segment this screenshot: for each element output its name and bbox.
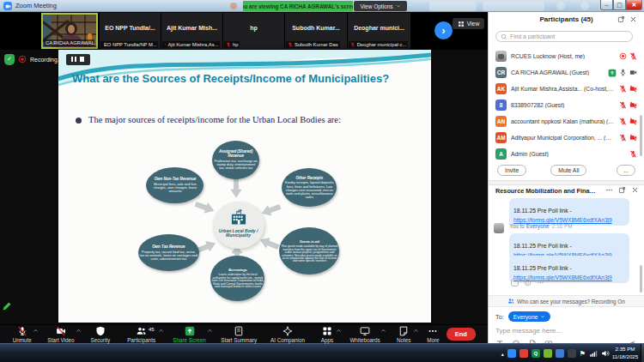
participants-button[interactable]: 45 Participants bbox=[118, 325, 165, 343]
chevron-up-icon[interactable] bbox=[380, 328, 386, 334]
search-icon bbox=[501, 33, 507, 40]
message-actions bbox=[511, 279, 544, 287]
chevron-up-icon[interactable] bbox=[413, 328, 419, 334]
participant-row[interactable]: 8 8338907282 (Guest) bbox=[489, 97, 644, 113]
more-dots-icon[interactable] bbox=[537, 279, 544, 287]
participants-icon bbox=[136, 326, 147, 336]
screen-sharing-icon bbox=[608, 69, 617, 77]
camera-off-icon bbox=[629, 118, 637, 125]
network-signal-icon[interactable] bbox=[589, 349, 598, 358]
chat-panel-title: Resource Mobilization and Financial Plan… bbox=[495, 187, 597, 195]
chevron-up-icon[interactable] bbox=[33, 328, 39, 334]
whiteboards-button[interactable]: Whiteboards bbox=[343, 325, 387, 343]
popout-icon[interactable] bbox=[617, 15, 625, 23]
chevron-up-icon[interactable] bbox=[76, 328, 82, 334]
end-meeting-button[interactable]: End bbox=[447, 328, 476, 341]
notes-button[interactable]: Notes bbox=[387, 325, 420, 343]
search-input[interactable] bbox=[510, 33, 628, 39]
mic-muted-icon bbox=[629, 150, 637, 158]
participants-scrollbar[interactable] bbox=[640, 115, 642, 156]
system-tray: ▴ Q ⚑ bbox=[501, 344, 610, 362]
participant-row[interactable]: AM Adityapur Municipal Corporation, ... … bbox=[489, 130, 644, 146]
close-panel-icon[interactable] bbox=[629, 15, 637, 23]
unmute-button[interactable]: Unmute bbox=[5, 325, 39, 343]
tray-app-icon[interactable] bbox=[544, 349, 552, 358]
show-desktop-button[interactable] bbox=[641, 344, 644, 362]
participant-search[interactable] bbox=[495, 31, 633, 42]
apps-button[interactable]: Apps bbox=[312, 325, 343, 343]
mic-muted-icon bbox=[17, 326, 27, 336]
participant-row[interactable]: AK Ajit Kumar Mishra,Assista... (Co-host… bbox=[489, 81, 644, 97]
stop-recording-icon[interactable] bbox=[80, 57, 85, 62]
more-dots-icon bbox=[428, 326, 438, 336]
camera-off-icon bbox=[629, 101, 637, 109]
taskbar-clock[interactable]: 2:35 PM 11/18/2025 bbox=[611, 346, 639, 360]
action-center-flag-icon[interactable]: ⚑ bbox=[580, 350, 586, 358]
mute-all-button[interactable]: Mute All bbox=[550, 165, 586, 176]
apps-grid-icon bbox=[322, 326, 332, 336]
zoom-meeting-window: Zoom Meeting You are viewing CA RICHA AG… bbox=[0, 0, 644, 362]
minimize-button[interactable]: – bbox=[600, 0, 613, 10]
video-tile[interactable]: Subodh Kumar... Subodh Kumar Das bbox=[285, 13, 347, 49]
tray-app-icon[interactable]: Q bbox=[532, 349, 540, 358]
volume-icon[interactable] bbox=[601, 349, 610, 358]
popout-icon[interactable] bbox=[618, 186, 626, 194]
building-icon bbox=[229, 209, 248, 225]
show-hidden-icons[interactable]: ▴ bbox=[501, 351, 504, 357]
chevron-up-icon[interactable] bbox=[336, 328, 342, 334]
chat-message-input[interactable] bbox=[495, 324, 635, 336]
pause-recording-icon[interactable] bbox=[71, 57, 76, 62]
share-screen-button[interactable]: Share Screen bbox=[165, 325, 215, 343]
close-button[interactable]: ✕ bbox=[626, 0, 642, 10]
more-button[interactable]: More bbox=[420, 325, 447, 343]
start-video-button[interactable]: Start Video bbox=[39, 325, 82, 343]
participants-more-button[interactable]: ... bbox=[617, 165, 635, 176]
video-tile[interactable]: Deoghar munici... Deoghar municipal c... bbox=[348, 13, 410, 49]
start-summary-button[interactable]: Start Summary bbox=[214, 325, 264, 343]
shield-icon bbox=[95, 326, 106, 336]
chat-more-icon[interactable] bbox=[605, 186, 613, 194]
video-tile[interactable]: Ajit Kumar Mish... Ajit Kumar Mishra,As.… bbox=[161, 13, 222, 49]
recording-indicator: ✓ Recording... bbox=[4, 53, 90, 65]
participant-row[interactable]: A Admin (Guest) bbox=[489, 146, 644, 162]
view-layout-button[interactable]: View bbox=[453, 18, 484, 29]
diagram-node-borrowings: BorrowingsLoans undertaken by the local … bbox=[210, 256, 264, 301]
shared-screen-slide: What are the Sources of Receipts/Income … bbox=[58, 50, 431, 323]
video-tile-active-speaker[interactable]: CA RICHA AGRAWAL bbox=[41, 13, 98, 49]
chat-link[interactable]: https://forms.gle/V5WX8ME6xdfXAn3j9 bbox=[513, 217, 625, 223]
background-window-artifact bbox=[230, 3, 237, 9]
chevron-up-icon[interactable] bbox=[158, 328, 164, 334]
tile-name-label: EO NPP Tundla/NP M... bbox=[100, 41, 158, 48]
video-tile[interactable]: hp hp bbox=[223, 13, 284, 49]
maximize-button[interactable]: ▢ bbox=[613, 0, 626, 10]
participant-row[interactable]: RCUES Lucknow (Host, me) bbox=[489, 48, 644, 64]
close-chat-icon[interactable] bbox=[631, 186, 639, 194]
tray-app-icon[interactable] bbox=[568, 349, 576, 358]
chat-message: 18.11.25 Pre Poll link - https://forms.g… bbox=[509, 198, 629, 226]
security-button[interactable]: Security bbox=[82, 325, 118, 343]
quote-reply-icon[interactable] bbox=[511, 279, 519, 287]
chat-recipient-row: To: Everyone bbox=[495, 311, 550, 322]
participant-row[interactable]: AN accountant nppkosi Kalan (mathura) (G… bbox=[489, 113, 644, 130]
ai-companion-button[interactable]: AI Companion bbox=[264, 325, 312, 343]
tile-name-label: Deoghar municipal c... bbox=[349, 41, 408, 48]
tray-app-icon[interactable] bbox=[556, 349, 564, 358]
participant-row[interactable]: CR CA RICHA AGRAWAL (Guest) bbox=[489, 64, 644, 81]
tray-adobe-icon[interactable] bbox=[519, 349, 528, 358]
chevron-up-icon[interactable] bbox=[207, 328, 213, 334]
recording-dot-icon bbox=[619, 52, 627, 60]
emoji-react-icon[interactable] bbox=[524, 279, 532, 287]
invite-button[interactable]: Invite bbox=[497, 165, 526, 176]
viewing-screen-banner: You are viewing CA RICHA AGRAWAL's scree… bbox=[243, 1, 353, 11]
next-page-videos-button[interactable]: › bbox=[434, 21, 453, 39]
chat-scrollbar[interactable] bbox=[640, 265, 642, 293]
recording-controls[interactable] bbox=[66, 54, 90, 65]
tray-zoom-icon[interactable] bbox=[507, 349, 516, 358]
background-artifact bbox=[580, 2, 589, 10]
annotate-pencil-icon[interactable] bbox=[2, 300, 12, 312]
view-options-button[interactable]: View Options bbox=[354, 1, 407, 11]
camera-on-icon bbox=[629, 69, 637, 76]
tile-name-label: CA RICHA AGRAWAL bbox=[44, 39, 94, 46]
recipient-selector[interactable]: Everyone bbox=[508, 311, 551, 322]
video-tile[interactable]: EO NPP Tundla/... EO NPP Tundla/NP M... bbox=[100, 13, 161, 49]
